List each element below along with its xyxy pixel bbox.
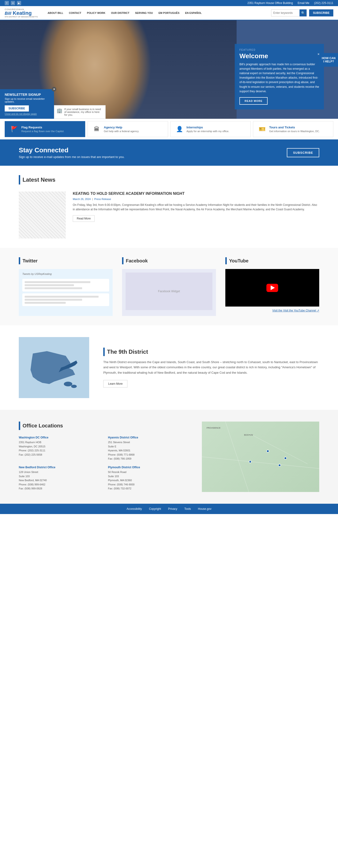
- footer-copyright-link[interactable]: Copyright: [149, 507, 161, 510]
- logo-name: Bill Keating: [5, 10, 32, 16]
- hero-title: Welcome: [239, 52, 319, 60]
- tours-desc: Get information on tours in Washington, …: [269, 130, 320, 133]
- facebook-icon[interactable]: f: [5, 1, 9, 5]
- stay-connected-subscribe-button[interactable]: SUBSCRIBE: [287, 148, 319, 157]
- social-section: Twitter Tweets by USRepKeating: [0, 248, 338, 325]
- small-biz-text: If your small business is in need of ass…: [64, 108, 103, 116]
- search-input[interactable]: [271, 10, 300, 16]
- facebook-accent: [122, 257, 123, 264]
- news-meta: March 26, 2024 | Press Release: [73, 198, 319, 200]
- news-grid: KEATING TO HOLD SERVICE ACADEMY INFORMAT…: [19, 191, 319, 239]
- hero-body: Bill's pragmatic approach has made him a…: [239, 62, 319, 94]
- header-subscribe-button[interactable]: SUBSCRIBE: [309, 9, 333, 17]
- district-learn-more-button[interactable]: Learn More: [103, 380, 127, 388]
- internship-desc: Apply for an internship with my office.: [187, 130, 229, 133]
- hero-read-more-button[interactable]: READ MORE: [239, 97, 268, 105]
- youtube-channel-link[interactable]: Visit the Visit the YouTube Channel ↗: [225, 309, 319, 312]
- logo-district: 9th District of Massachusetts: [5, 16, 38, 18]
- youtube-play-button[interactable]: [267, 284, 278, 292]
- nav-serving-you[interactable]: SERVING YOU: [132, 6, 156, 20]
- newsletter-subscribe-button[interactable]: SUBSCRIBE: [5, 105, 29, 112]
- agency-desc: Get help with a federal agency.: [104, 130, 139, 133]
- stay-connected-section: Stay Connected Sign up to receive e-mail…: [0, 140, 338, 166]
- logo[interactable]: Congressman Bill Keating 9th District of…: [5, 8, 38, 18]
- tours-icon: 🎫: [258, 125, 267, 133]
- newsletter-subtitle: Sign up to receive email newsletter upda…: [5, 97, 49, 103]
- nav-en-espanol[interactable]: EN ESPAÑOL: [182, 6, 205, 20]
- district-content: The 9th District The Ninth District enco…: [103, 348, 319, 387]
- svg-line-4: [249, 433, 307, 464]
- youtube-channel-text: Visit the YouTube Channel: [283, 309, 316, 312]
- footer-tools-link[interactable]: Tools: [184, 507, 191, 510]
- play-triangle-icon: [271, 285, 275, 290]
- logo-last: Keating: [13, 10, 32, 16]
- offices-section: Office Locations Washington DC Office 23…: [0, 410, 338, 504]
- twitter-sub: Tweets by USRepKeating: [22, 273, 109, 275]
- svg-line-3: [225, 422, 249, 492]
- how-can-help-tab[interactable]: HOW CAN I HELP?: [319, 53, 338, 67]
- latest-news-header: Latest News: [19, 175, 319, 185]
- office-hyannis: Hyannis District Office 251 Stevens Stre…: [108, 436, 192, 461]
- search-button[interactable]: 🔍: [300, 9, 307, 17]
- office-new-bedford-name: New Bedford District Office: [19, 466, 103, 469]
- footer-privacy-link[interactable]: Privacy: [168, 507, 177, 510]
- youtube-icon[interactable]: ▶: [17, 1, 21, 5]
- svg-line-2: [202, 457, 319, 468]
- phone-link[interactable]: (202) 225-3111: [314, 1, 333, 5]
- hero-featured-label: FEATURED: [239, 49, 319, 51]
- office-hyannis-address: 251 Stevens Street Suite E Hyannis, MA 0…: [108, 440, 192, 461]
- office-dc: Washington DC Office 2351 Rayburn HOB Wa…: [19, 436, 103, 461]
- offices-left: Office Locations Washington DC Office 23…: [19, 422, 192, 492]
- latest-news-section: Latest News KEATING TO HOLD SERVICE ACAD…: [0, 166, 338, 248]
- quick-link-agency[interactable]: 🏛 Agency Help Get help with a federal ag…: [88, 121, 168, 137]
- twitter-title: Twitter: [23, 258, 37, 264]
- facebook-header: Facebook: [122, 257, 216, 264]
- office-plymouth-name: Plymouth District Office: [108, 466, 192, 469]
- district-map: [19, 337, 89, 398]
- youtube-header: YouTube: [225, 257, 319, 264]
- hero-overlay: FEATURED Welcome Bill's pragmatic approa…: [235, 44, 324, 110]
- youtube-video[interactable]: [225, 269, 319, 307]
- nav-em-portugues[interactable]: EM PORTUGUÊS: [156, 6, 182, 20]
- quick-link-internships[interactable]: 👤 Internships Apply for an internship wi…: [171, 121, 251, 137]
- news-title: KEATING TO HOLD SERVICE ACADEMY INFORMAT…: [73, 191, 319, 196]
- newsletter-popup: ✕ NEWSLETTER SIGNUP Sign up to receive e…: [0, 89, 54, 119]
- news-tag: Press Release: [94, 198, 111, 200]
- news-date: March 26, 2024: [73, 198, 91, 200]
- nav-policy-work[interactable]: POLICY WORK: [84, 6, 108, 20]
- offices-map-bg: PROVIDENCE BOSTON: [202, 422, 319, 492]
- facebook-placeholder: Facebook Widget: [126, 273, 212, 310]
- news-content: KEATING TO HOLD SERVICE ACADEMY INFORMAT…: [73, 191, 319, 239]
- map-roads: PROVIDENCE BOSTON: [202, 422, 319, 492]
- small-biz-icon: 🏢: [57, 108, 62, 113]
- top-bar-right: 2351 Rayburn House Office Building Email…: [247, 1, 333, 5]
- nav-contact[interactable]: CONTACT: [66, 6, 84, 20]
- news-read-more-button[interactable]: Read More: [73, 215, 95, 222]
- twitter-widget: Tweets by USRepKeating: [19, 269, 113, 316]
- header: Congressman Bill Keating 9th District of…: [0, 6, 338, 20]
- newsletter-dismiss-link[interactable]: Close and do not display again: [5, 113, 49, 115]
- quick-link-tours[interactable]: 🎫 Tours and Tickets Get information on t…: [253, 121, 333, 137]
- nav-our-district[interactable]: OUR DISTRICT: [108, 6, 132, 20]
- offices-grid: Washington DC Office 2351 Rayburn HOB Wa…: [19, 436, 192, 491]
- footer: Accessibility Copyright Privacy Tools Ho…: [0, 504, 338, 514]
- svg-point-0: [64, 382, 72, 386]
- newsletter-close-button[interactable]: ✕: [52, 87, 56, 92]
- news-body: On Friday, May 3rd, from 6:00-8:00pm, Co…: [73, 203, 319, 212]
- stay-connected-text: Stay Connected Sign up to receive e-mail…: [19, 147, 125, 159]
- twitter-icon[interactable]: ✕: [11, 1, 15, 5]
- office-dc-address: 2351 Rayburn HOB Washington, DC 20515 Ph…: [19, 440, 103, 457]
- internship-icon: 👤: [175, 125, 184, 133]
- youtube-col: YouTube Visit the Visit the YouTube Chan…: [225, 257, 319, 316]
- nav-about-bill[interactable]: ABOUT BILL: [45, 6, 66, 20]
- email-link[interactable]: Email Me: [298, 1, 309, 5]
- office-plymouth: Plymouth District Office 50 Resnik Road …: [108, 466, 192, 491]
- small-biz-tooltip: 🏢 If your small business is in need of a…: [54, 105, 105, 119]
- footer-accessibility-link[interactable]: Accessibility: [126, 507, 142, 510]
- social-links: f ✕ ▶: [5, 1, 21, 5]
- footer-housegov-link[interactable]: House.gov: [198, 507, 211, 510]
- district-section: The 9th District The Ninth District enco…: [0, 325, 338, 410]
- facebook-col: Facebook Facebook Widget: [122, 257, 216, 316]
- flag-icon: 🚩: [10, 125, 19, 133]
- quick-link-flags[interactable]: 🚩 Flag Requests Request a flag flown ove…: [5, 121, 85, 137]
